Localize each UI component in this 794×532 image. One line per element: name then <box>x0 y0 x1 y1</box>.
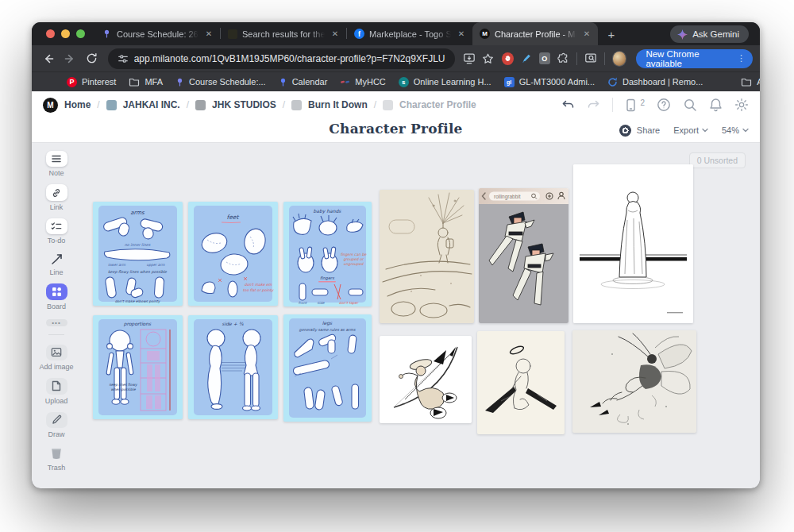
board-swatch-burn <box>291 100 302 110</box>
blocker-extension-icon[interactable] <box>502 52 514 65</box>
breadcrumb-jhk-studios[interactable]: JHK STUDIOS <box>212 99 276 110</box>
facebook-icon: f <box>354 29 364 39</box>
breadcrumb-home[interactable]: Home <box>64 99 91 110</box>
redo-icon[interactable] <box>587 98 600 112</box>
back-button[interactable] <box>39 48 59 69</box>
sparkler-sketch-image[interactable] <box>380 190 474 323</box>
tab-character-profile-active[interactable]: M Character Profile - Milanote ✕ <box>472 22 598 45</box>
gemini-star-icon <box>677 29 688 40</box>
tab-title: Marketplace - Togo Sofa (a <box>369 29 451 39</box>
sea-figure-drawing[interactable] <box>573 164 693 323</box>
svg-text:arms: arms <box>130 210 145 216</box>
close-icon[interactable]: ✕ <box>203 29 214 38</box>
svg-text:ungrouped: ungrouped <box>344 262 364 266</box>
install-icon[interactable] <box>463 52 476 65</box>
milanote-logo-icon[interactable]: M <box>43 98 58 113</box>
close-icon[interactable]: ✕ <box>330 29 341 38</box>
highlighter-extension-icon[interactable] <box>521 52 532 64</box>
chevron-down-icon <box>702 128 708 133</box>
bookmark-mfa[interactable]: MFA <box>129 77 163 87</box>
baby-hands-reference-card[interactable]: baby hands fingers can b <box>283 202 372 306</box>
chrome-menu-icon[interactable]: ⋮ <box>737 53 746 64</box>
bookmark-calendar[interactable]: Calendar <box>279 77 328 87</box>
side-view-reference-card[interactable]: side + ¾ <box>188 315 278 419</box>
trash-icon[interactable] <box>48 445 64 461</box>
search-icon[interactable] <box>683 98 697 112</box>
reload-button[interactable] <box>82 48 102 69</box>
share-button[interactable]: Share <box>637 125 660 135</box>
winged-figure-sketch[interactable] <box>477 331 565 434</box>
profile-avatar[interactable] <box>612 51 627 67</box>
tab-search-results[interactable]: Search results for the word: ✕ <box>221 22 346 45</box>
board-tool-selected[interactable] <box>46 283 67 299</box>
bookmark-pinterest[interactable]: P Pinterest <box>67 77 116 87</box>
all-bookmarks-button[interactable]: All Bookmarks <box>741 77 760 87</box>
url-text[interactable]: app.milanote.com/1QvB1M19J5MP60/characte… <box>134 53 445 64</box>
bookmark-gl-mt3000[interactable]: gl GL-MT3000 Admi... <box>504 77 595 87</box>
toolbar-divider <box>604 52 605 65</box>
bookmark-dashboard[interactable]: Dashboard | Remo... <box>607 77 703 87</box>
proportions-reference-card[interactable]: proportions <box>93 315 183 419</box>
bookmark-online-learning[interactable]: s Online Learning H... <box>399 77 491 87</box>
tool-label: To-do <box>48 237 66 245</box>
header-divider <box>612 98 613 112</box>
link-tool[interactable] <box>46 184 67 200</box>
board-swatch-jahkai <box>106 100 117 110</box>
legs-reference-card[interactable]: legs generally same rules as arms <box>283 314 372 422</box>
export-button[interactable]: Export <box>673 125 708 135</box>
rollingrabbit-screenshot[interactable]: rollingrabbit <box>479 188 569 323</box>
bookmark-course-schedule[interactable]: Course Schedule:... <box>175 77 266 87</box>
svg-text:side + ¾: side + ¾ <box>222 321 244 326</box>
zoom-window-button[interactable] <box>76 29 85 38</box>
share-eye-icon[interactable] <box>619 125 631 137</box>
ask-gemini-button[interactable]: Ask Gemini <box>670 25 749 43</box>
notifications-bell-icon[interactable] <box>709 98 723 112</box>
fairy-creature-drawing[interactable] <box>572 330 696 433</box>
upload-tool[interactable] <box>46 378 67 394</box>
line-tool[interactable] <box>46 252 67 266</box>
pin-icon <box>102 29 112 39</box>
board-canvas[interactable]: 0 Unsorted Note Link To-do Line Board <box>32 143 760 488</box>
draw-tool[interactable] <box>46 412 67 428</box>
tab-course-schedule[interactable]: Course Schedule: 26/SP-CO ✕ <box>94 22 220 45</box>
breadcrumb: Home / JAHKAI INC. / JHK STUDIOS / Burn … <box>64 99 476 110</box>
folder-icon <box>129 77 140 87</box>
archer-sketch-image[interactable] <box>380 336 472 423</box>
tool-sidebar: Note Link To-do Line Board ••• Add image <box>38 151 75 479</box>
new-chrome-available-button[interactable]: New Chrome available ⋮ <box>636 49 753 68</box>
extensions-puzzle-icon[interactable] <box>557 52 569 65</box>
minimize-window-button[interactable] <box>61 29 70 38</box>
mobile-device-icon[interactable] <box>625 98 637 112</box>
note-tool[interactable] <box>46 151 67 167</box>
zoom-level-control[interactable]: 54% <box>722 125 749 135</box>
bookmark-myhcc[interactable]: MyHCC <box>340 77 386 87</box>
breadcrumb-burn-it-down[interactable]: Burn It Down <box>308 99 368 110</box>
breadcrumb-jahkai-inc[interactable]: JAHKAI INC. <box>123 99 180 110</box>
forward-button[interactable] <box>60 48 80 69</box>
new-tab-button[interactable]: + <box>601 24 622 44</box>
tab-marketplace[interactable]: f Marketplace - Togo Sofa (a ✕ <box>347 22 472 45</box>
close-icon[interactable]: ✕ <box>456 29 467 38</box>
todo-tool[interactable] <box>46 218 67 234</box>
address-bar[interactable]: app.milanote.com/1QvB1M19J5MP60/characte… <box>108 48 455 69</box>
o-extension-icon[interactable]: O <box>539 52 550 64</box>
bookmark-label: GL-MT3000 Admi... <box>519 77 595 87</box>
search-tabs-icon[interactable] <box>584 52 597 65</box>
myhcc-icon <box>340 78 350 86</box>
bookmark-star-icon[interactable] <box>482 52 494 65</box>
pencil-icon <box>52 414 62 425</box>
site-settings-icon[interactable] <box>118 53 129 64</box>
svg-text:when possible: when possible <box>110 387 136 391</box>
unsorted-badge[interactable]: 0 Unsorted <box>689 152 746 168</box>
svg-text:fingers can be: fingers can be <box>341 253 368 256</box>
arms-reference-card[interactable]: arms no inner lines lower arm upper arm … <box>93 202 183 306</box>
close-window-button[interactable] <box>46 29 55 38</box>
feet-reference-card[interactable]: feet don't make em too flat or pointy <box>188 202 278 306</box>
more-tools-button[interactable]: ••• <box>46 319 67 326</box>
settings-gear-icon[interactable] <box>734 98 749 112</box>
undo-icon[interactable] <box>561 98 575 112</box>
close-icon[interactable]: ✕ <box>581 29 592 38</box>
bookmark-label: Dashboard | Remo... <box>622 77 703 87</box>
add-image-tool[interactable] <box>46 345 67 360</box>
help-icon[interactable] <box>657 98 671 112</box>
